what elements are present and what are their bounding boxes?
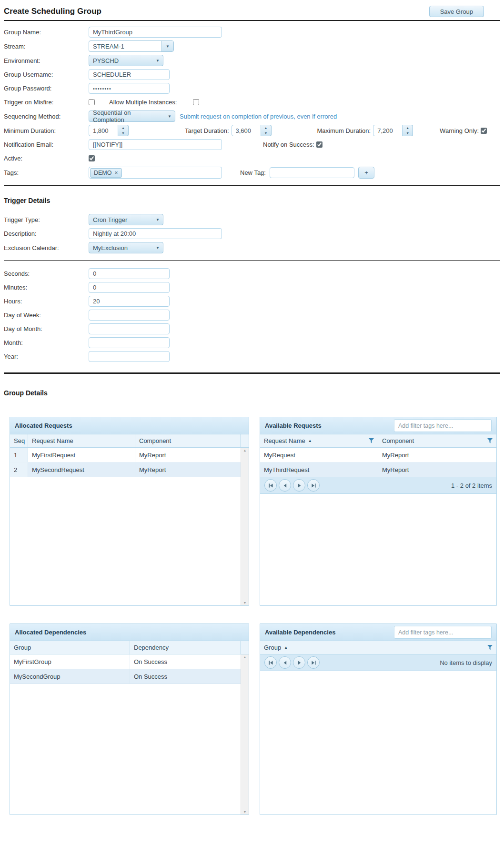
cron-minutes-input[interactable]: [89, 282, 170, 293]
first-page-button[interactable]: [264, 479, 277, 492]
chevron-down-icon: ▼: [166, 44, 170, 49]
table-row[interactable]: 2 MySecondRequest MyReport: [10, 462, 241, 477]
tags-input[interactable]: DEMO ×: [89, 167, 222, 179]
target-duration-input[interactable]: [232, 125, 261, 136]
column-header-request-name[interactable]: Request Name ▲: [260, 434, 378, 447]
spinner-down-icon[interactable]: ▼: [261, 131, 271, 136]
cron-hours-input[interactable]: [89, 296, 170, 307]
spinner-down-icon[interactable]: ▼: [403, 131, 413, 136]
environment-dropdown[interactable]: PYSCHD ▼: [89, 55, 163, 66]
trigger-type-dropdown[interactable]: Cron Trigger ▼: [89, 214, 163, 225]
next-page-button[interactable]: [293, 656, 305, 669]
notify-on-success-checkbox[interactable]: [316, 141, 323, 148]
exclusion-calendar-label: Exclusion Calendar:: [4, 244, 89, 251]
vertical-scrollbar[interactable]: ▲ ▼: [241, 448, 249, 605]
available-requests-title-bar: Available Requests: [260, 417, 496, 434]
allow-multiple-instances-checkbox[interactable]: [193, 99, 199, 105]
scroll-up-icon[interactable]: ▲: [243, 655, 247, 659]
table-row[interactable]: MyFirstGroup On Success: [10, 654, 241, 669]
cron-month-input[interactable]: [89, 337, 170, 348]
sort-ascending-icon: ▲: [308, 439, 312, 443]
last-page-button[interactable]: [307, 656, 320, 669]
spinner-up-icon[interactable]: ▲: [403, 125, 413, 131]
stream-dropdown-button[interactable]: ▼: [161, 41, 173, 51]
minimum-duration-input[interactable]: [89, 125, 118, 136]
first-page-button[interactable]: [264, 656, 277, 669]
minimum-duration-stepper[interactable]: ▲ ▼: [89, 125, 129, 136]
scroll-down-icon[interactable]: ▼: [243, 601, 247, 604]
warning-only-checkbox[interactable]: [481, 128, 487, 134]
cron-year-row: Year:: [4, 351, 500, 362]
cell-seq: 1: [10, 448, 28, 462]
table-row[interactable]: MyThirdRequest MyReport: [260, 462, 496, 477]
new-tag-input[interactable]: [270, 167, 354, 178]
previous-page-button[interactable]: [279, 479, 291, 492]
save-group-button[interactable]: Save Group: [429, 6, 484, 17]
maximum-duration-input[interactable]: [373, 125, 403, 136]
group-password-input[interactable]: [89, 83, 170, 94]
group-name-input[interactable]: [89, 27, 222, 38]
table-row[interactable]: MySecondGroup On Success: [10, 669, 241, 684]
cron-day-of-month-input[interactable]: [89, 323, 170, 334]
scroll-up-icon[interactable]: ▲: [243, 449, 247, 452]
exclusion-calendar-row: Exclusion Calendar: MyExclusion ▼: [4, 242, 500, 253]
cron-day-of-week-input[interactable]: [89, 310, 170, 321]
next-page-button[interactable]: [293, 479, 305, 492]
filter-icon[interactable]: [369, 438, 374, 443]
exclusion-calendar-dropdown[interactable]: MyExclusion ▼: [89, 242, 163, 253]
group-password-row: Group Password:: [4, 83, 500, 94]
cron-seconds-row: Seconds:: [4, 268, 500, 279]
page-title: Create Scheduling Group: [4, 7, 101, 16]
table-row[interactable]: 1 MyFirstRequest MyReport: [10, 448, 241, 462]
vertical-scrollbar[interactable]: ▲ ▼: [241, 654, 249, 814]
misfire-row: Trigger on Misfire: Allow Multiple Insta…: [4, 97, 500, 108]
stream-dropdown[interactable]: STREAM-1 ▼: [89, 40, 174, 52]
chevron-down-icon: ▼: [156, 246, 160, 250]
spinner-up-icon[interactable]: ▲: [118, 125, 128, 131]
column-header-group[interactable]: Group ▲: [260, 641, 496, 654]
allow-multiple-instances-label: Allow Multiple Instances:: [109, 99, 177, 106]
available-requests-filter-input[interactable]: [394, 419, 492, 432]
cron-year-input[interactable]: [89, 351, 170, 362]
scroll-down-icon[interactable]: ▼: [243, 810, 247, 814]
column-header-request-name[interactable]: Request Name: [28, 434, 135, 447]
available-dependencies-filter-input[interactable]: [394, 626, 492, 639]
cron-month-label: Month:: [4, 339, 89, 346]
column-header-component[interactable]: Component: [135, 434, 241, 447]
stream-value: STREAM-1: [89, 41, 161, 51]
description-input[interactable]: [89, 228, 222, 239]
notification-email-input[interactable]: [89, 139, 222, 150]
minimum-duration-spin-buttons[interactable]: ▲ ▼: [118, 125, 129, 136]
cell-request-name: MyRequest: [260, 448, 378, 462]
previous-page-button[interactable]: [279, 656, 291, 669]
column-header-dependency[interactable]: Dependency: [130, 641, 241, 654]
allocated-dependencies-body: MyFirstGroup On Success MySecondGroup On…: [10, 654, 249, 814]
spinner-up-icon[interactable]: ▲: [261, 125, 271, 131]
group-username-input[interactable]: [89, 69, 170, 80]
target-duration-stepper[interactable]: ▲ ▼: [232, 125, 272, 136]
add-tag-button[interactable]: +: [358, 167, 374, 179]
column-header-group[interactable]: Group: [10, 641, 130, 654]
target-duration-spin-buttons[interactable]: ▲ ▼: [261, 125, 272, 136]
available-dependencies-pager: No items to display: [260, 654, 496, 671]
table-row[interactable]: MyRequest MyReport: [260, 448, 496, 462]
chevron-down-icon: ▼: [156, 59, 160, 63]
last-page-button[interactable]: [307, 479, 320, 492]
remove-tag-icon[interactable]: ×: [115, 170, 118, 176]
maximum-duration-spin-buttons[interactable]: ▲ ▼: [403, 125, 413, 136]
cron-seconds-input[interactable]: [89, 268, 170, 279]
filter-icon[interactable]: [487, 645, 493, 650]
maximum-duration-stepper[interactable]: ▲ ▼: [373, 125, 413, 136]
active-checkbox[interactable]: [89, 155, 95, 161]
column-header-seq[interactable]: Seq: [10, 434, 28, 447]
filter-icon[interactable]: [487, 438, 493, 443]
spinner-down-icon[interactable]: ▼: [118, 131, 128, 136]
tag-chip[interactable]: DEMO ×: [90, 168, 122, 178]
minimum-duration-label: Minimum Duration:: [4, 127, 89, 134]
column-header-component[interactable]: Component: [378, 434, 496, 447]
allocated-requests-title-bar: Allocated Requests: [10, 417, 249, 434]
allocated-requests-column-headers: Seq Request Name Component: [10, 434, 249, 448]
trigger-on-misfire-checkbox[interactable]: [89, 99, 95, 105]
sequencing-method-dropdown[interactable]: Sequential on Completion ▼: [89, 111, 175, 122]
exclusion-calendar-value: MyExclusion: [93, 244, 128, 251]
